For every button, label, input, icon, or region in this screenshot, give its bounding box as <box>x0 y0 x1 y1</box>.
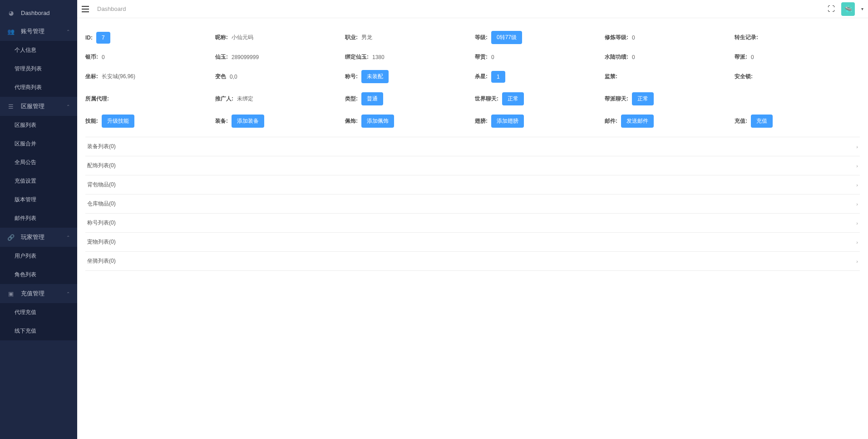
action-button[interactable]: 添加装备 <box>232 115 264 128</box>
info-label: 银币: <box>85 53 98 61</box>
info-cell: 所属代理: <box>85 92 211 105</box>
sidebar-item-account-mgmt[interactable]: 👥 账号管理 ⌃ <box>0 22 77 41</box>
info-label: 充值: <box>735 117 747 125</box>
info-cell: 变色0,0 <box>215 70 340 83</box>
main-content: Dashboard ⛶ 🛸 ▾ ID:7昵称:小仙元码职业:男龙等级:0转77级… <box>77 0 868 439</box>
info-label: 监禁: <box>605 73 617 80</box>
chevron-up-icon: ⌃ <box>66 291 70 296</box>
content-area: ID:7昵称:小仙元码职业:男龙等级:0转77级修炼等级:0转生记录:银币:0仙… <box>77 18 868 439</box>
info-label: 杀星: <box>475 73 488 80</box>
info-value: 0 <box>632 35 635 41</box>
action-button[interactable]: 0转77级 <box>491 31 522 44</box>
info-value: 0 <box>751 54 754 60</box>
chevron-right-icon: › <box>856 163 858 169</box>
info-cell: 杀星:1 <box>475 70 600 83</box>
action-button[interactable]: 添加佩饰 <box>361 115 394 128</box>
info-row: 所属代理:推广人:未绑定类型:普通世界聊天:正常帮派聊天:正常 <box>85 88 860 110</box>
sidebar-item-zone-list[interactable]: 区服列表 <box>0 116 77 135</box>
sidebar-item-agent-recharge[interactable]: 代理充值 <box>0 303 77 322</box>
sidebar-item-player-mgmt[interactable]: 🔗 玩家管理 ⌃ <box>0 228 77 247</box>
info-label: 帮派: <box>735 53 747 61</box>
action-button[interactable]: 正常 <box>502 92 524 105</box>
sidebar-item-personal-info[interactable]: 个人信息 <box>0 41 77 60</box>
info-cell: 修炼等级:0 <box>605 31 730 44</box>
info-label: 邮件: <box>605 117 617 125</box>
fullscreen-icon[interactable]: ⛶ <box>828 5 835 13</box>
info-label: 类型: <box>345 95 358 103</box>
sidebar-item-user-list[interactable]: 用户列表 <box>0 247 77 265</box>
action-button[interactable]: 添加翅膀 <box>491 115 524 128</box>
info-cell: 技能:升级技能 <box>85 115 211 128</box>
info-label: 水陆功绩: <box>605 53 628 61</box>
info-label: 仙玉: <box>215 53 228 61</box>
sidebar-item-label: 全局公告 <box>15 159 36 166</box>
sidebar-item-zone-mgmt[interactable]: ☰ 区服管理 ⌃ <box>0 97 77 116</box>
sidebar-item-label: Dashborad <box>21 10 50 16</box>
sidebar-item-version-mgmt[interactable]: 版本管理 <box>0 190 77 209</box>
info-label: 所属代理: <box>85 95 109 103</box>
action-button[interactable]: 未装配 <box>361 70 389 83</box>
info-cell: 装备:添加装备 <box>215 115 340 128</box>
accordion-item[interactable]: 宠物列表(0)› <box>85 233 860 252</box>
money-icon: ▣ <box>7 290 15 297</box>
action-button[interactable]: 充值 <box>751 115 773 128</box>
info-cell: 转生记录: <box>735 31 860 44</box>
info-cell: 帮贡:0 <box>475 53 600 61</box>
accordion-item[interactable]: 坐骑列表(0)› <box>85 252 860 271</box>
info-value: 0 <box>491 54 494 60</box>
sidebar-item-label: 管理员列表 <box>15 65 42 73</box>
info-label: ID: <box>85 35 93 41</box>
accordion-title: 装备列表(0) <box>87 143 116 150</box>
info-cell: 帮派聊天:正常 <box>605 92 730 105</box>
action-button[interactable]: 普通 <box>361 92 383 105</box>
info-label: 昵称: <box>215 34 228 41</box>
accordion-item[interactable]: 仓库物品(0)› <box>85 195 860 214</box>
chevron-right-icon: › <box>856 220 858 226</box>
sidebar-item-role-list[interactable]: 角色列表 <box>0 265 77 284</box>
sidebar-item-label: 用户列表 <box>15 252 36 260</box>
action-button[interactable]: 正常 <box>632 92 654 105</box>
accordion-item[interactable]: 称号列表(0)› <box>85 214 860 233</box>
sidebar-item-label: 充值管理 <box>21 289 44 298</box>
chevron-right-icon: › <box>856 144 858 150</box>
info-cell: 仙玉:289099999 <box>215 53 340 61</box>
info-label: 修炼等级: <box>605 34 628 41</box>
info-row: 银币:0仙玉:289099999绑定仙玉:1380帮贡:0水陆功绩:0帮派:0 <box>85 49 860 65</box>
accordion-item[interactable]: 背包物品(0)› <box>85 175 860 195</box>
chevron-right-icon: › <box>856 182 858 188</box>
chevron-right-icon: › <box>856 239 858 245</box>
sidebar-item-agent-list[interactable]: 代理商列表 <box>0 78 77 97</box>
accordion-item[interactable]: 装备列表(0)› <box>85 137 860 156</box>
info-cell: 翅膀:添加翅膀 <box>475 115 600 128</box>
info-label: 世界聊天: <box>475 95 498 103</box>
accordion-title: 宠物列表(0) <box>87 238 116 246</box>
action-button[interactable]: 发送邮件 <box>621 115 654 128</box>
sidebar-item-offline-recharge[interactable]: 线下充值 <box>0 322 77 340</box>
sidebar-item-dashboard[interactable]: ◕ Dashborad <box>0 4 77 22</box>
accordion-title: 背包物品(0) <box>87 181 116 189</box>
sidebar-item-zone-merge[interactable]: 区服合并 <box>0 135 77 153</box>
info-value: 289099999 <box>232 54 259 60</box>
info-row: ID:7昵称:小仙元码职业:男龙等级:0转77级修炼等级:0转生记录: <box>85 26 860 49</box>
action-button[interactable]: 升级技能 <box>102 115 134 128</box>
action-button[interactable]: 1 <box>491 71 505 83</box>
info-value: 1380 <box>372 54 385 60</box>
action-button[interactable]: 7 <box>96 32 110 44</box>
info-cell: 安全锁: <box>735 70 860 83</box>
sidebar-item-global-notice[interactable]: 全局公告 <box>0 153 77 172</box>
info-cell: 银币:0 <box>85 53 211 61</box>
sidebar-item-label: 区服管理 <box>21 102 44 110</box>
sidebar-item-admin-list[interactable]: 管理员列表 <box>0 60 77 78</box>
menu-toggle-icon[interactable] <box>82 6 89 12</box>
caret-down-icon[interactable]: ▾ <box>861 6 863 11</box>
sidebar-item-recharge-setting[interactable]: 充值设置 <box>0 172 77 190</box>
info-row: 技能:升级技能装备:添加装备佩饰:添加佩饰翅膀:添加翅膀邮件:发送邮件充值:充值 <box>85 110 860 132</box>
accordion-item[interactable]: 配饰列表(0)› <box>85 156 860 175</box>
sidebar-item-label: 个人信息 <box>15 46 36 54</box>
info-cell: 推广人:未绑定 <box>215 92 340 105</box>
avatar[interactable]: 🛸 <box>841 2 855 16</box>
info-cell: 邮件:发送邮件 <box>605 115 730 128</box>
accordion-title: 称号列表(0) <box>87 219 116 227</box>
sidebar-item-recharge-mgmt[interactable]: ▣ 充值管理 ⌃ <box>0 284 77 303</box>
sidebar-item-mail-list[interactable]: 邮件列表 <box>0 209 77 228</box>
